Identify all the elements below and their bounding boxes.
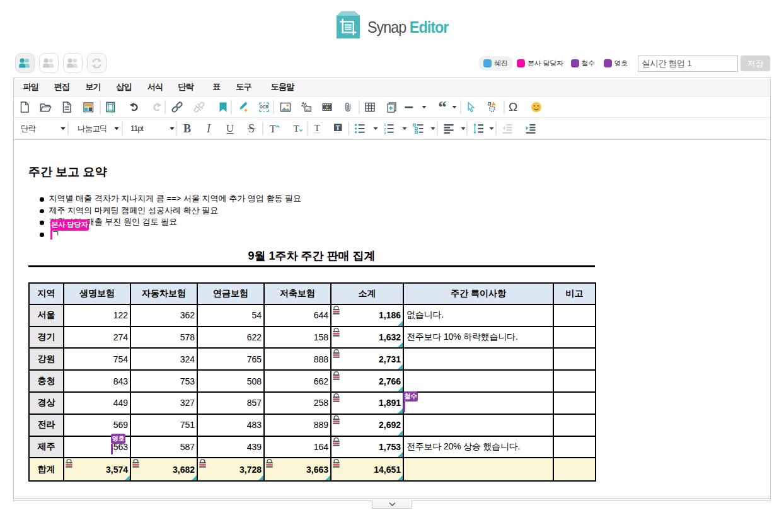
- svg-text:1: 1: [384, 123, 386, 127]
- svg-text:T: T: [270, 123, 277, 135]
- svg-text:T: T: [314, 123, 320, 133]
- svg-text:I: I: [206, 122, 211, 135]
- svg-text:“: “: [438, 101, 447, 113]
- svg-text:T: T: [335, 124, 340, 131]
- svg-text:3: 3: [384, 131, 386, 135]
- svg-text:OCR: OCR: [260, 105, 269, 109]
- svg-text:T: T: [293, 124, 299, 134]
- svg-text:U: U: [226, 122, 233, 134]
- svg-text:B: B: [183, 122, 190, 135]
- svg-text:2: 2: [384, 127, 386, 131]
- svg-text:Ω: Ω: [509, 101, 517, 113]
